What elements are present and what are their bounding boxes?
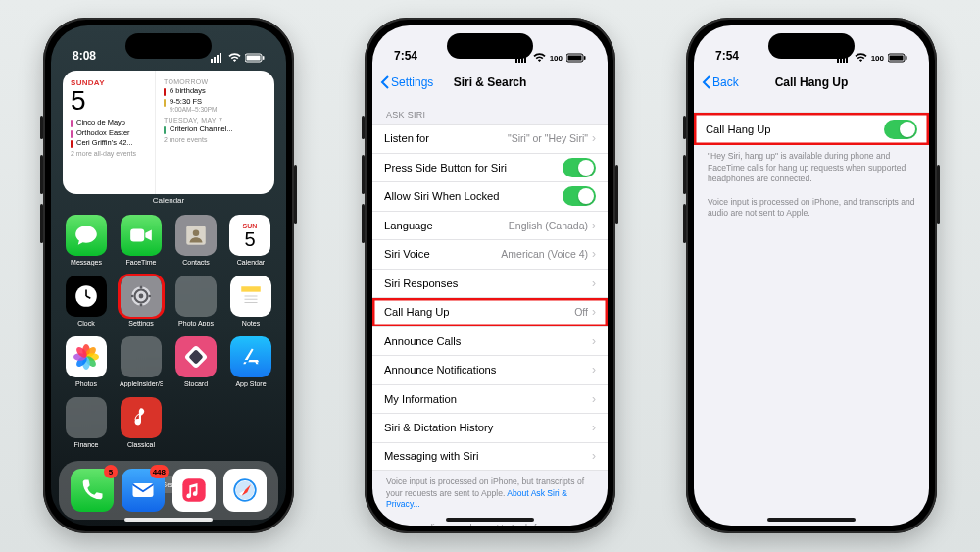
home-indicator[interactable] [124,518,213,522]
row-label: Press Side Button for Siri [384,162,563,174]
row-call-hang-up[interactable]: Call Hang UpOff› [372,297,608,326]
svg-rect-51 [568,56,582,61]
chevron-right-icon: › [592,219,596,232]
dynamic-island [768,33,855,59]
svg-rect-22 [131,295,133,297]
status-time: 8:08 [73,49,96,63]
row-siri-voice[interactable]: Siri VoiceAmerican (Voice 4)› [372,239,608,269]
row-announce-notifications[interactable]: Announce Notifications› [372,355,608,384]
app-contacts[interactable]: Contacts [174,215,218,266]
row-press-side-button-for-siri[interactable]: Press Side Button for Siri [372,153,608,182]
app-appstore[interactable]: App Store [229,336,272,387]
row-announce-calls[interactable]: Announce Calls› [372,326,608,356]
svg-rect-42 [182,478,205,501]
svg-rect-41 [133,483,154,497]
calendar-widget[interactable]: SUNDAY 5 Cinco de Mayo Orthodox Easter C… [63,71,274,194]
toggle-allow-siri-when-locked[interactable] [563,186,596,206]
row-label: Listen for [384,132,508,144]
svg-point-15 [139,294,144,299]
row-siri-responses[interactable]: Siri Responses› [372,269,608,298]
svg-rect-53 [837,59,839,63]
row-label: Siri & Dictation History [384,422,592,433]
back-button[interactable]: Back [702,75,739,89]
row-value: English (Canada) [509,220,588,231]
app-finance[interactable]: Finance [65,397,108,448]
app-facetime[interactable]: FaceTime [120,215,163,266]
svg-rect-2 [217,55,219,63]
chevron-left-icon [380,75,390,89]
home-indicator[interactable] [767,518,856,522]
calendar-event: 9-5:30 FS9:00AM–5:30PM [164,98,267,113]
chevron-right-icon: › [592,334,596,348]
row-call-hang-up[interactable]: Call Hang Up [694,112,929,145]
row-siri-dictation-history[interactable]: Siri & Dictation History› [372,413,608,442]
nav-bar: Settings Siri & Search [372,67,608,98]
row-listen-for[interactable]: Listen for"Siri" or "Hey Siri"› [372,124,608,153]
phone-call-hangup: 7:54 100 Back Call Hang Up Call Hang Up [686,18,937,533]
dock-phone[interactable]: 5 [71,469,114,512]
phone-siri-settings: 7:54 100 Settings Siri & Search ASK SIRI… [365,18,615,533]
nav-title: Call Hang Up [775,75,849,89]
chevron-right-icon: › [592,392,596,406]
dock-music[interactable] [172,469,216,512]
app-classical[interactable]: Classical [120,397,163,448]
row-label: My Information [384,393,592,405]
dynamic-island [125,33,212,59]
nav-bar: Back Call Hang Up [694,67,929,98]
row-label: Messaging with Siri [384,450,592,462]
app-label: Settings [120,320,163,326]
row-label: Siri Responses [384,277,592,289]
back-button[interactable]: Settings [380,75,433,89]
app-label: Stocard [174,380,218,387]
chevron-right-icon: › [592,305,596,319]
svg-rect-58 [890,56,904,61]
dock-mail[interactable]: 448 [122,469,165,512]
app-label: Classical [120,441,163,448]
svg-rect-25 [241,286,261,291]
calendar-event: Cinco de Mayo [71,119,147,127]
row-label: Announce Notifications [384,364,592,376]
footer-note-2: Voice input is processed on iPhone, and … [694,191,929,226]
chevron-right-icon: › [592,363,596,376]
chevron-right-icon: › [592,449,596,463]
app-label: Photo Apps [174,320,218,326]
chevron-right-icon: › [592,421,596,434]
app-photoapps[interactable]: Photo Apps [174,276,218,326]
row-value: Off [574,306,588,318]
app-label: App Store [229,380,272,387]
app-settings[interactable]: Settings [120,276,163,326]
svg-rect-3 [220,53,221,63]
status-time: 7:54 [394,49,417,63]
app-photos[interactable]: Photos [65,336,108,387]
row-value: "Siri" or "Hey Siri" [508,132,588,144]
chevron-right-icon: › [592,131,596,145]
app-stocard[interactable]: Stocard [174,336,218,387]
row-allow-siri-when-locked[interactable]: Allow Siri When Locked [372,181,608,211]
app-notes[interactable]: Notes [229,276,272,326]
row-my-information[interactable]: My Information› [372,384,608,414]
toggle-call-hang-up[interactable] [884,120,917,139]
home-indicator[interactable] [446,518,534,522]
calendar-event: Ceri Griffin's 42... [71,139,147,148]
app-messages[interactable]: Messages [65,215,108,266]
row-value: American (Voice 4) [501,248,588,260]
app-label: FaceTime [120,259,163,266]
footer-note-1: "Hey Siri, hang up" is available during … [694,145,929,191]
toggle-press-side-button-for-siri[interactable] [563,158,596,177]
status-time: 7:54 [715,49,739,63]
section-header: ASK SIRI [372,98,608,124]
app-label: Clock [65,320,108,326]
dynamic-island [447,33,533,59]
app-label: AppleInsider/SJ [120,380,163,387]
dock: 5 448 [59,461,278,520]
dock-safari[interactable] [223,469,267,512]
app-calendar[interactable]: SUN5 Calendar [229,215,272,266]
row-language[interactable]: LanguageEnglish (Canada)› [372,211,608,240]
svg-rect-6 [263,56,265,60]
app-ai-folder[interactable]: AppleInsider/SJ [120,336,163,387]
row-messaging-with-siri[interactable]: Messaging with Siri› [372,442,608,472]
footer-note-1: Voice input is processed on iPhone, but … [372,471,608,517]
app-clock[interactable]: Clock [65,276,108,326]
calendar-event: Orthodox Easter [71,129,147,138]
svg-rect-1 [214,57,216,63]
